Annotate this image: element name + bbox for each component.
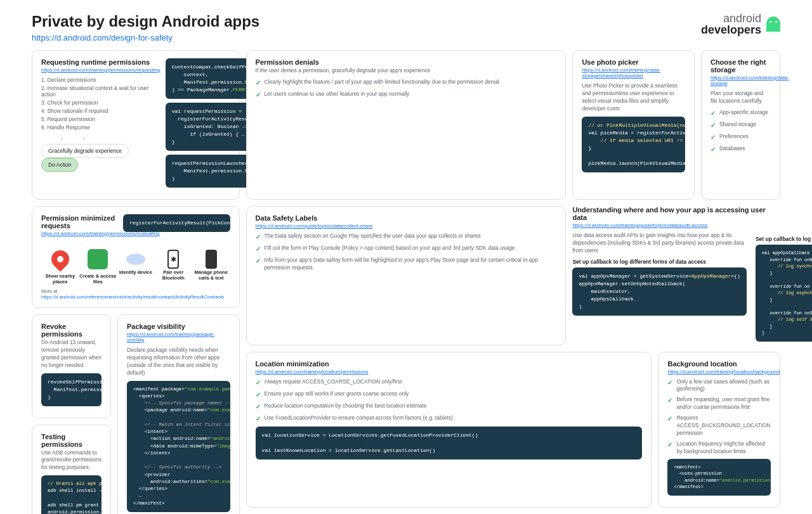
brand-logo: android developers [701, 13, 780, 35]
code-location: val locationService = LocationServices.g… [256, 427, 643, 459]
code-audit-callback: val appOpsManager = getSystemService<App… [572, 267, 746, 316]
audit-link[interactable]: https://d.android.com/training/guide/top… [572, 222, 780, 228]
pill-do-action: Do Action [41, 158, 78, 172]
safety-link[interactable]: https://d.android.com/guide/topics/data/… [256, 223, 557, 229]
minimized-link[interactable]: https://d.android.com/training/permissio… [41, 231, 117, 236]
code-background: <manifest> <uses-permission android:name… [667, 459, 771, 496]
pill-degrade: Gracefully degrade experience [41, 144, 129, 158]
code-photo-picker: // or PickMultipleVisualMedia(num) for m… [582, 117, 685, 172]
phone-icon [206, 250, 217, 269]
card-audit: Understanding where and how your app is … [572, 206, 780, 345]
code-audit-override: val appOpsCallback = object : AppOpsMana… [756, 245, 812, 342]
card-minimized: Permission minimized requests https://d.… [32, 206, 240, 308]
code-package: <manifest package="com.example.game"> <q… [127, 381, 230, 512]
card-photo-picker: Use photo picker https://d.android.com/t… [572, 50, 695, 200]
runtime-link[interactable]: https://d.android.com/training/permissio… [41, 67, 160, 73]
card-background-location: Background location https://d.android.co… [658, 352, 780, 508]
card-storage: Choose the right storage https://d.andro… [701, 50, 780, 200]
location-pin-icon [48, 247, 73, 272]
page-header: Private by design Android apps https://d… [32, 13, 780, 42]
card-package-visibility: Package visibility https://d.android.com… [117, 314, 240, 514]
storage-link[interactable]: https://d.android.com/training/data-stor… [710, 75, 771, 86]
contracts-link[interactable]: https://d.android.com/reference/androidx… [41, 294, 224, 300]
card-location: Location minimization https://d.android.… [246, 352, 652, 508]
package-link[interactable]: https://d.android.com/training/package-v… [127, 331, 230, 343]
card-testing: Testing permissions Use ADB commands to … [32, 425, 111, 514]
background-link[interactable]: https://d.android.com/training/location/… [667, 369, 771, 375]
identify-icon [126, 254, 145, 265]
bluetooth-icon: ✱ [167, 250, 179, 269]
card-data-safety: Data Safety Labels https://d.android.com… [246, 206, 566, 345]
location-link[interactable]: https://d.android.com/training/location/… [256, 369, 643, 375]
runtime-steps: 1. Declare permissions 2. Increase situa… [41, 77, 160, 131]
code-pick-contact: registerForActivityResult(PickContact())… [123, 214, 230, 232]
card-runtime-permissions: Requesting runtime permissions https://d… [32, 50, 240, 200]
code-testing: // Grants all apk permissions adb shell … [41, 475, 102, 514]
card-permission-denials: Permission denials If the user denies a … [246, 50, 566, 200]
page-url[interactable]: https://d.android.com/design-for-safety [32, 33, 173, 42]
code-revoke: revokeSelfPermissionOnKill( Manifest.per… [41, 373, 102, 406]
bugdroid-icon [766, 16, 780, 32]
photo-link[interactable]: https://d.android.com/training/data-stor… [582, 67, 685, 79]
permission-icons: Show nearby places Create & access files… [41, 249, 230, 285]
files-icon [88, 249, 108, 269]
page-title: Private by design Android apps [32, 13, 259, 30]
card-revoke: Revoke permissions On Android 13 onward,… [32, 314, 111, 418]
